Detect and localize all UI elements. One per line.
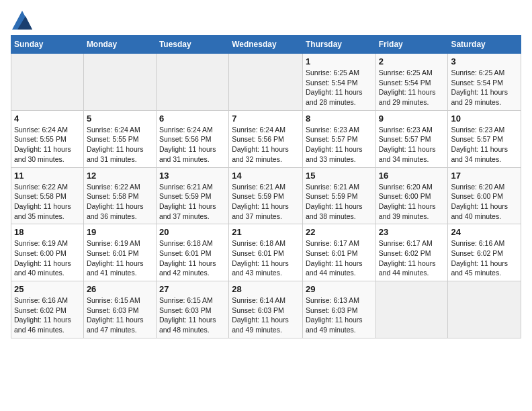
day-number: 15 bbox=[306, 171, 373, 181]
calendar-day-cell: 29Sunrise: 6:13 AM Sunset: 6:03 PM Dayli… bbox=[302, 281, 375, 338]
day-info: Sunrise: 6:16 AM Sunset: 6:02 PM Dayligh… bbox=[14, 295, 81, 335]
day-number: 12 bbox=[87, 171, 153, 181]
day-number: 26 bbox=[87, 284, 153, 294]
calendar-week-row: 18Sunrise: 6:19 AM Sunset: 6:00 PM Dayli… bbox=[11, 224, 521, 281]
calendar-day-cell: 3Sunrise: 6:25 AM Sunset: 5:54 PM Daylig… bbox=[448, 54, 521, 111]
calendar-day-cell bbox=[156, 54, 228, 111]
calendar-day-cell: 20Sunrise: 6:18 AM Sunset: 6:01 PM Dayli… bbox=[156, 224, 228, 281]
day-info: Sunrise: 6:24 AM Sunset: 5:56 PM Dayligh… bbox=[159, 125, 226, 165]
day-number: 2 bbox=[379, 56, 445, 66]
calendar-day-cell: 19Sunrise: 6:19 AM Sunset: 6:01 PM Dayli… bbox=[83, 224, 156, 281]
day-number: 11 bbox=[14, 171, 81, 181]
day-info: Sunrise: 6:20 AM Sunset: 6:00 PM Dayligh… bbox=[379, 182, 445, 222]
column-header-tuesday: Tuesday bbox=[156, 36, 228, 54]
day-number: 8 bbox=[306, 113, 373, 124]
calendar-day-cell bbox=[448, 281, 521, 338]
day-info: Sunrise: 6:17 AM Sunset: 6:02 PM Dayligh… bbox=[379, 238, 445, 278]
day-number: 7 bbox=[232, 113, 300, 124]
calendar-day-cell: 11Sunrise: 6:22 AM Sunset: 5:58 PM Dayli… bbox=[11, 167, 84, 224]
day-info: Sunrise: 6:19 AM Sunset: 6:01 PM Dayligh… bbox=[87, 238, 153, 278]
day-info: Sunrise: 6:25 AM Sunset: 5:54 PM Dayligh… bbox=[306, 68, 373, 107]
calendar-week-row: 11Sunrise: 6:22 AM Sunset: 5:58 PM Dayli… bbox=[11, 167, 521, 224]
column-header-wednesday: Wednesday bbox=[229, 36, 303, 54]
day-number: 9 bbox=[379, 113, 445, 124]
day-number: 14 bbox=[232, 171, 300, 181]
day-number: 10 bbox=[451, 113, 518, 124]
day-number: 29 bbox=[306, 284, 373, 294]
day-info: Sunrise: 6:23 AM Sunset: 5:57 PM Dayligh… bbox=[379, 125, 445, 165]
calendar-week-row: 1Sunrise: 6:25 AM Sunset: 5:54 PM Daylig… bbox=[11, 54, 521, 111]
day-number: 4 bbox=[14, 113, 81, 124]
day-info: Sunrise: 6:24 AM Sunset: 5:55 PM Dayligh… bbox=[87, 125, 153, 165]
day-number: 27 bbox=[159, 284, 226, 294]
calendar-day-cell: 13Sunrise: 6:21 AM Sunset: 5:59 PM Dayli… bbox=[156, 167, 228, 224]
calendar-day-cell: 17Sunrise: 6:20 AM Sunset: 6:00 PM Dayli… bbox=[448, 167, 521, 224]
calendar-day-cell: 22Sunrise: 6:17 AM Sunset: 6:01 PM Dayli… bbox=[302, 224, 375, 281]
day-info: Sunrise: 6:16 AM Sunset: 6:02 PM Dayligh… bbox=[451, 238, 518, 278]
day-number: 5 bbox=[87, 113, 153, 124]
calendar-day-cell: 28Sunrise: 6:14 AM Sunset: 6:03 PM Dayli… bbox=[229, 281, 303, 338]
day-info: Sunrise: 6:21 AM Sunset: 5:59 PM Dayligh… bbox=[159, 182, 226, 222]
day-info: Sunrise: 6:19 AM Sunset: 6:00 PM Dayligh… bbox=[14, 238, 81, 278]
day-info: Sunrise: 6:23 AM Sunset: 5:57 PM Dayligh… bbox=[306, 125, 373, 165]
calendar-day-cell: 25Sunrise: 6:16 AM Sunset: 6:02 PM Dayli… bbox=[11, 281, 84, 338]
day-info: Sunrise: 6:20 AM Sunset: 6:00 PM Dayligh… bbox=[451, 182, 518, 222]
day-info: Sunrise: 6:15 AM Sunset: 6:03 PM Dayligh… bbox=[159, 295, 226, 335]
calendar-day-cell: 9Sunrise: 6:23 AM Sunset: 5:57 PM Daylig… bbox=[375, 110, 448, 167]
day-info: Sunrise: 6:23 AM Sunset: 5:57 PM Dayligh… bbox=[451, 125, 518, 165]
page-header bbox=[11, 11, 521, 30]
day-number: 16 bbox=[379, 171, 445, 181]
calendar-day-cell: 2Sunrise: 6:25 AM Sunset: 5:54 PM Daylig… bbox=[375, 54, 448, 111]
calendar-header-row: SundayMondayTuesdayWednesdayThursdayFrid… bbox=[11, 36, 521, 54]
day-info: Sunrise: 6:18 AM Sunset: 6:01 PM Dayligh… bbox=[159, 238, 226, 278]
calendar-day-cell bbox=[11, 54, 84, 111]
day-number: 3 bbox=[451, 56, 518, 66]
day-info: Sunrise: 6:18 AM Sunset: 6:01 PM Dayligh… bbox=[232, 238, 300, 278]
calendar-day-cell: 24Sunrise: 6:16 AM Sunset: 6:02 PM Dayli… bbox=[448, 224, 521, 281]
column-header-friday: Friday bbox=[375, 36, 448, 54]
day-number: 22 bbox=[306, 227, 373, 237]
logo-text bbox=[11, 11, 32, 30]
day-number: 23 bbox=[379, 227, 445, 237]
calendar-day-cell: 21Sunrise: 6:18 AM Sunset: 6:01 PM Dayli… bbox=[229, 224, 303, 281]
day-info: Sunrise: 6:21 AM Sunset: 5:59 PM Dayligh… bbox=[306, 182, 373, 222]
calendar-week-row: 25Sunrise: 6:16 AM Sunset: 6:02 PM Dayli… bbox=[11, 281, 521, 338]
day-info: Sunrise: 6:13 AM Sunset: 6:03 PM Dayligh… bbox=[306, 295, 373, 335]
day-number: 17 bbox=[451, 171, 518, 181]
day-number: 25 bbox=[14, 284, 81, 294]
calendar-day-cell: 1Sunrise: 6:25 AM Sunset: 5:54 PM Daylig… bbox=[302, 54, 375, 111]
calendar-day-cell bbox=[375, 281, 448, 338]
column-header-thursday: Thursday bbox=[302, 36, 375, 54]
column-header-saturday: Saturday bbox=[448, 36, 521, 54]
calendar-day-cell: 26Sunrise: 6:15 AM Sunset: 6:03 PM Dayli… bbox=[83, 281, 156, 338]
day-info: Sunrise: 6:15 AM Sunset: 6:03 PM Dayligh… bbox=[87, 295, 153, 335]
day-number: 1 bbox=[306, 56, 373, 66]
day-info: Sunrise: 6:17 AM Sunset: 6:01 PM Dayligh… bbox=[306, 238, 373, 278]
day-info: Sunrise: 6:25 AM Sunset: 5:54 PM Dayligh… bbox=[451, 68, 518, 107]
calendar-day-cell: 27Sunrise: 6:15 AM Sunset: 6:03 PM Dayli… bbox=[156, 281, 228, 338]
day-number: 20 bbox=[159, 227, 226, 237]
column-header-sunday: Sunday bbox=[11, 36, 84, 54]
calendar-week-row: 4Sunrise: 6:24 AM Sunset: 5:55 PM Daylig… bbox=[11, 110, 521, 167]
logo-icon bbox=[12, 11, 32, 30]
calendar-day-cell: 6Sunrise: 6:24 AM Sunset: 5:56 PM Daylig… bbox=[156, 110, 228, 167]
day-info: Sunrise: 6:21 AM Sunset: 5:59 PM Dayligh… bbox=[232, 182, 300, 222]
day-info: Sunrise: 6:22 AM Sunset: 5:58 PM Dayligh… bbox=[14, 182, 81, 222]
column-header-monday: Monday bbox=[83, 36, 156, 54]
calendar-day-cell: 4Sunrise: 6:24 AM Sunset: 5:55 PM Daylig… bbox=[11, 110, 84, 167]
calendar-day-cell: 10Sunrise: 6:23 AM Sunset: 5:57 PM Dayli… bbox=[448, 110, 521, 167]
day-number: 24 bbox=[451, 227, 518, 237]
calendar-day-cell: 5Sunrise: 6:24 AM Sunset: 5:55 PM Daylig… bbox=[83, 110, 156, 167]
calendar-table: SundayMondayTuesdayWednesdayThursdayFrid… bbox=[11, 35, 521, 338]
logo bbox=[11, 11, 32, 30]
day-number: 6 bbox=[159, 113, 226, 124]
day-info: Sunrise: 6:24 AM Sunset: 5:56 PM Dayligh… bbox=[232, 125, 300, 165]
calendar-day-cell: 16Sunrise: 6:20 AM Sunset: 6:00 PM Dayli… bbox=[375, 167, 448, 224]
day-info: Sunrise: 6:22 AM Sunset: 5:58 PM Dayligh… bbox=[87, 182, 153, 222]
day-number: 19 bbox=[87, 227, 153, 237]
calendar-day-cell: 23Sunrise: 6:17 AM Sunset: 6:02 PM Dayli… bbox=[375, 224, 448, 281]
calendar-day-cell: 14Sunrise: 6:21 AM Sunset: 5:59 PM Dayli… bbox=[229, 167, 303, 224]
day-number: 28 bbox=[232, 284, 300, 294]
day-number: 21 bbox=[232, 227, 300, 237]
calendar-day-cell: 15Sunrise: 6:21 AM Sunset: 5:59 PM Dayli… bbox=[302, 167, 375, 224]
